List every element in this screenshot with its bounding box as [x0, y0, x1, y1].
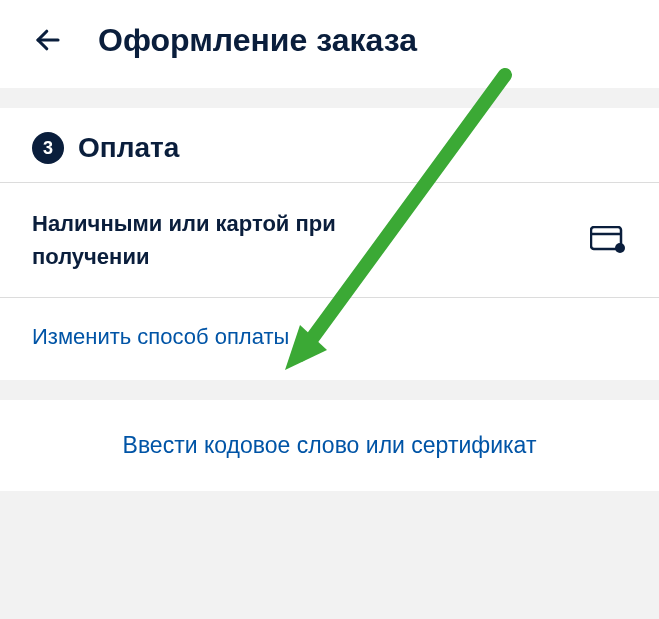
svg-point-3 [615, 243, 625, 253]
promo-code-link[interactable]: Ввести кодовое слово или сертификат [123, 432, 537, 458]
arrow-left-icon [33, 25, 63, 55]
promo-section: Ввести кодовое слово или сертификат [0, 400, 659, 491]
page-title: Оформление заказа [98, 22, 417, 59]
payment-method-label: Наличными или картой при получении [32, 207, 452, 273]
payment-method-row[interactable]: Наличными или картой при получении [0, 183, 659, 298]
back-button[interactable] [28, 20, 68, 60]
change-payment-row: Изменить способ оплаты [0, 298, 659, 380]
header: Оформление заказа [0, 0, 659, 88]
step-badge: 3 [32, 132, 64, 164]
change-payment-link[interactable]: Изменить способ оплаты [32, 324, 289, 349]
section-header: 3 Оплата [0, 108, 659, 183]
payment-section: 3 Оплата Наличными или картой при получе… [0, 108, 659, 380]
section-title: Оплата [78, 132, 179, 164]
card-icon [589, 221, 627, 259]
